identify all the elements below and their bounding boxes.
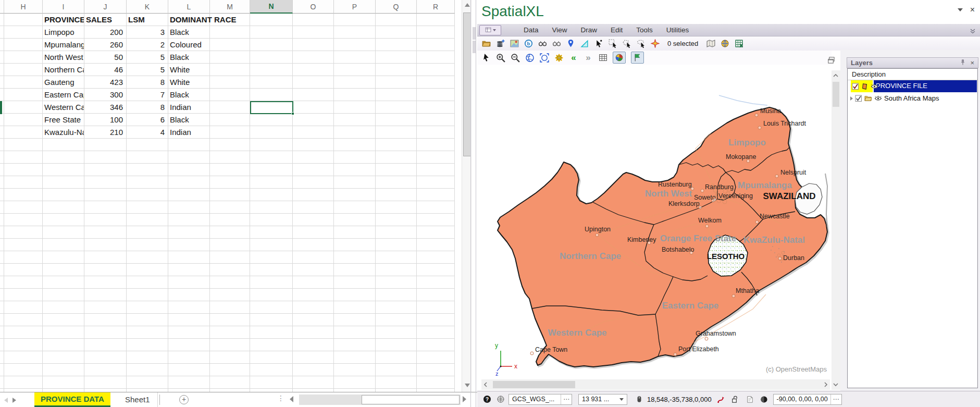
cell[interactable] bbox=[210, 139, 250, 151]
cell[interactable]: 260 bbox=[84, 39, 127, 51]
cell[interactable] bbox=[210, 126, 250, 139]
close-icon[interactable]: × bbox=[970, 6, 975, 14]
cell[interactable] bbox=[84, 351, 127, 364]
new-sheet-button[interactable]: + bbox=[179, 395, 189, 404]
cell[interactable] bbox=[417, 101, 455, 114]
cell[interactable] bbox=[417, 364, 455, 376]
cell[interactable] bbox=[250, 314, 293, 326]
cell[interactable] bbox=[250, 214, 293, 226]
cell[interactable] bbox=[4, 151, 43, 164]
find-icon[interactable] bbox=[538, 39, 547, 48]
cell[interactable] bbox=[43, 326, 84, 339]
map-canvas[interactable]: LimpopoMpumalangaNorth WestOrange Free S… bbox=[477, 65, 832, 379]
cell[interactable] bbox=[0, 89, 4, 101]
cell[interactable]: Northern Cape bbox=[43, 64, 84, 76]
cell[interactable] bbox=[0, 64, 4, 76]
view-selector-button[interactable] bbox=[479, 25, 501, 35]
column-header-stub[interactable] bbox=[0, 0, 4, 14]
cell[interactable] bbox=[0, 239, 4, 251]
menu-item-draw[interactable]: Draw bbox=[574, 26, 604, 34]
cell[interactable] bbox=[43, 226, 84, 239]
cell[interactable]: Black bbox=[168, 89, 210, 101]
thematic-map-button[interactable] bbox=[613, 52, 626, 64]
cell[interactable] bbox=[334, 176, 376, 189]
cell[interactable] bbox=[43, 251, 84, 264]
cell[interactable] bbox=[4, 76, 43, 89]
cell[interactable] bbox=[84, 339, 127, 351]
cell[interactable]: North West bbox=[43, 51, 84, 64]
cell[interactable]: Mpumalanga bbox=[43, 39, 84, 51]
cell[interactable] bbox=[168, 314, 210, 326]
cell[interactable] bbox=[417, 189, 455, 201]
cell[interactable] bbox=[250, 164, 293, 176]
cell[interactable] bbox=[334, 364, 376, 376]
cell[interactable] bbox=[168, 376, 210, 389]
cell[interactable] bbox=[250, 326, 293, 339]
cell[interactable] bbox=[334, 26, 376, 39]
previous-view-icon[interactable]: « bbox=[569, 53, 578, 63]
cell[interactable] bbox=[127, 239, 168, 251]
cell[interactable] bbox=[0, 51, 4, 64]
cell[interactable] bbox=[210, 339, 250, 351]
cell[interactable] bbox=[168, 251, 210, 264]
cell[interactable] bbox=[84, 264, 127, 276]
cell[interactable] bbox=[168, 339, 210, 351]
cell[interactable] bbox=[334, 39, 376, 51]
cell[interactable] bbox=[376, 364, 417, 376]
snap-path-icon[interactable] bbox=[717, 394, 726, 404]
cell[interactable]: Indian bbox=[168, 101, 210, 114]
cell[interactable] bbox=[417, 264, 455, 276]
cell[interactable] bbox=[417, 351, 455, 364]
cell[interactable] bbox=[334, 51, 376, 64]
cell[interactable] bbox=[334, 164, 376, 176]
cell[interactable] bbox=[293, 26, 334, 39]
fill-handle[interactable] bbox=[291, 112, 294, 115]
cell[interactable] bbox=[376, 164, 417, 176]
cell[interactable] bbox=[334, 264, 376, 276]
cell[interactable] bbox=[210, 364, 250, 376]
select-polygon-icon[interactable] bbox=[622, 39, 631, 48]
cell[interactable] bbox=[293, 164, 334, 176]
layers-column-header[interactable]: Description bbox=[848, 69, 977, 80]
spreadsheet-grid[interactable]: PROVINCESALESLSMDOMINANT RACELimpopo2003… bbox=[0, 14, 462, 392]
cell[interactable] bbox=[376, 114, 417, 126]
cell[interactable]: 7 bbox=[127, 89, 168, 101]
cell[interactable] bbox=[43, 289, 84, 301]
cell[interactable] bbox=[4, 276, 43, 289]
cell[interactable] bbox=[0, 176, 4, 189]
scale-dropdown[interactable]: 13 931 ... bbox=[578, 394, 627, 405]
cell[interactable] bbox=[210, 214, 250, 226]
hscroll-right-button[interactable] bbox=[463, 396, 466, 402]
cell[interactable] bbox=[4, 201, 43, 214]
map-scroll-down-icon[interactable] bbox=[832, 380, 840, 389]
cell[interactable] bbox=[334, 276, 376, 289]
cell[interactable] bbox=[334, 151, 376, 164]
cell[interactable]: Free State bbox=[43, 114, 84, 126]
cell[interactable] bbox=[334, 214, 376, 226]
cell[interactable] bbox=[4, 126, 43, 139]
scroll-down-button[interactable] bbox=[462, 380, 473, 391]
cell[interactable] bbox=[210, 326, 250, 339]
menu-item-data[interactable]: Data bbox=[517, 26, 545, 34]
excel-hscroll-thumb[interactable] bbox=[362, 395, 460, 404]
cell[interactable] bbox=[84, 239, 127, 251]
zoom-in-icon[interactable] bbox=[496, 53, 505, 63]
cell[interactable] bbox=[250, 39, 293, 51]
cell[interactable] bbox=[293, 151, 334, 164]
cell[interactable] bbox=[376, 176, 417, 189]
cell[interactable] bbox=[250, 226, 293, 239]
cell[interactable]: Black bbox=[168, 51, 210, 64]
cell[interactable] bbox=[376, 14, 417, 26]
cell[interactable] bbox=[0, 301, 4, 314]
column-header-R[interactable]: R bbox=[417, 0, 455, 14]
cell[interactable] bbox=[293, 276, 334, 289]
visibility-eye-icon[interactable] bbox=[874, 94, 882, 102]
label-flag-button[interactable] bbox=[631, 52, 644, 64]
cell[interactable] bbox=[210, 151, 250, 164]
cell[interactable] bbox=[417, 39, 455, 51]
cell[interactable] bbox=[84, 314, 127, 326]
cell[interactable] bbox=[84, 176, 127, 189]
cell[interactable] bbox=[417, 339, 455, 351]
cell[interactable] bbox=[84, 214, 127, 226]
cell[interactable]: DOMINANT RACE bbox=[168, 14, 210, 26]
